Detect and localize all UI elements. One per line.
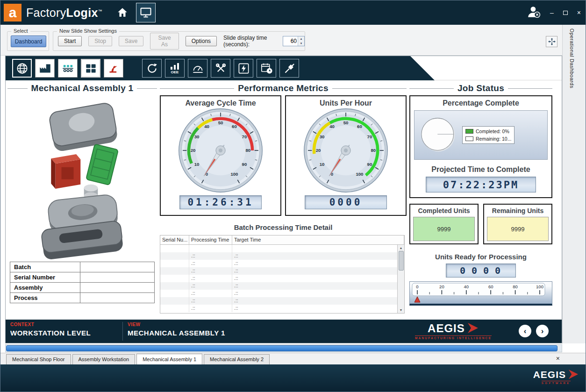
- home-button[interactable]: [116, 7, 129, 19]
- app-logo: a: [4, 4, 21, 21]
- percentage-pie-chart: [418, 115, 458, 155]
- batch-table-scrollbar[interactable]: ▲ ▼: [397, 245, 404, 313]
- legend-item: Remaining: 10...: [465, 136, 511, 142]
- aegis-brand-name: AEGIS: [428, 322, 465, 335]
- info-label: Batch: [10, 262, 80, 272]
- close-button[interactable]: ×: [577, 9, 581, 16]
- tab-mechanical-shop-floor[interactable]: Mechanical Shop Floor: [6, 354, 71, 364]
- horizontal-scrollbar[interactable]: [5, 344, 562, 352]
- legend-swatch: [465, 129, 473, 134]
- tools-button[interactable]: [211, 59, 230, 78]
- table-cell: .::: [189, 282, 232, 290]
- svg-text:80: 80: [371, 148, 376, 153]
- spin-down-button[interactable]: ▼: [298, 41, 304, 46]
- batch-table-header: Serial Nu... Processing Time Target Time: [160, 235, 404, 245]
- aegis-logo: AEGIS MANUFACTURING INTELLIGENCE: [415, 322, 492, 340]
- view-icon-group: [12, 59, 123, 78]
- svg-text:100: 100: [536, 284, 543, 289]
- svg-text:10: 10: [194, 162, 200, 167]
- table-cell: .::: [189, 275, 232, 282]
- previous-slide-button[interactable]: ‹: [519, 325, 531, 337]
- tab-mechanical-assembly-1[interactable]: Mechanical Assembly 1: [136, 354, 202, 364]
- linear-gauge: 020406080100: [409, 281, 552, 306]
- svg-text:80: 80: [513, 284, 518, 289]
- aegis-brand-name: AEGIS: [533, 369, 566, 380]
- table-cell: [160, 305, 189, 312]
- column-header-processing-time[interactable]: Processing Time: [189, 235, 232, 244]
- tab-close-button[interactable]: ×: [556, 355, 560, 362]
- batch-table-body: .::.::.::.::.::.::.::.::.::.::.::.::.::.…: [160, 245, 404, 313]
- svg-text:10: 10: [320, 162, 325, 167]
- globe-button[interactable]: [12, 59, 32, 78]
- dashboard-button[interactable]: Dashboard: [11, 36, 46, 47]
- power-button[interactable]: [234, 59, 253, 78]
- performance-metrics-panel: Performance Metrics Average Cycle Time 0…: [160, 83, 407, 321]
- maximize-button[interactable]: [563, 9, 568, 16]
- svg-text:70: 70: [242, 134, 247, 139]
- average-cycle-time-gauge: 0102030405060708090100: [178, 107, 264, 195]
- table-row: .::.::: [160, 297, 404, 305]
- batch-processing-table: Serial Nu... Processing Time Target Time…: [160, 235, 405, 314]
- stop-button[interactable]: Stop: [88, 36, 112, 46]
- tab-mechanical-assembly-2[interactable]: Mechanical Assembly 2: [204, 354, 270, 364]
- horizontal-scrollbar-thumb[interactable]: [6, 345, 557, 351]
- schedule-icon: [260, 62, 273, 75]
- home-icon: [116, 7, 129, 19]
- scroll-up-icon[interactable]: ▲: [400, 245, 403, 251]
- options-button[interactable]: Options: [186, 36, 217, 46]
- info-value: [80, 283, 154, 293]
- info-row: Batch: [10, 262, 155, 272]
- svg-text:50: 50: [343, 120, 349, 125]
- column-header-serial[interactable]: Serial Nu...: [160, 235, 189, 244]
- aegis-tagline: MANUFACTURING INTELLIGENCE: [415, 335, 492, 340]
- robot-arm-button[interactable]: [104, 59, 123, 78]
- info-label: Assembly: [10, 283, 80, 293]
- remaining-units-panel: Remaining Units 9999: [483, 204, 552, 244]
- minimize-button[interactable]: –: [550, 9, 554, 16]
- slideshow-settings-group: New Slide Show Settings Start Stop Save …: [53, 31, 305, 51]
- table-cell: [160, 297, 189, 305]
- spin-up-button[interactable]: ▲: [298, 36, 304, 41]
- svg-text:80: 80: [246, 148, 251, 153]
- scrollbar-thumb[interactable]: [399, 251, 404, 271]
- factory-button[interactable]: [35, 59, 55, 78]
- units-per-hour-gauge: 0102030405060708090100: [303, 107, 389, 195]
- assembly-panel: Mechanical Assembly 1: [7, 83, 157, 321]
- scroll-down-icon[interactable]: ▼: [400, 307, 403, 313]
- view-block: VIEW MECHANICAL ASSEMBLY 1: [123, 320, 230, 343]
- workcell-button[interactable]: [81, 59, 100, 78]
- info-label: Serial Number: [10, 272, 80, 283]
- aegis-arrow-icon: [568, 370, 579, 380]
- schedule-button[interactable]: [257, 59, 276, 78]
- table-cell: .::: [189, 305, 232, 312]
- oee-chart-icon: [169, 63, 180, 70]
- context-bar: CONTEXT WORKSTATION LEVEL VIEW MECHANICA…: [6, 320, 562, 343]
- pie-legend: Completed: 0%Remaining: 10...: [462, 126, 515, 144]
- screwdriver-button[interactable]: [279, 59, 299, 78]
- next-slide-button[interactable]: ›: [536, 325, 549, 337]
- completed-units-panel: Completed Units 9999: [409, 204, 479, 244]
- logout-user-button[interactable]: [527, 5, 541, 20]
- dashboards-view-button[interactable]: [136, 3, 156, 22]
- factorylogix-window: a FactoryLogix™ – × Select Dashboard New…: [0, 0, 586, 392]
- table-row: .::.::: [160, 305, 404, 312]
- gauge-button[interactable]: [188, 59, 207, 78]
- column-header-target-time[interactable]: Target Time: [232, 235, 404, 244]
- slideshow-group-label: New Slide Show Settings: [57, 28, 119, 34]
- slide-time-stepper: ▲ ▼: [283, 36, 305, 46]
- save-button[interactable]: Save: [119, 36, 143, 46]
- start-button[interactable]: Start: [58, 36, 82, 46]
- table-cell: .::: [232, 267, 404, 275]
- tab-assembly-workstation[interactable]: Assembly Workstation: [72, 354, 136, 364]
- save-as-button[interactable]: Save As: [150, 33, 179, 50]
- units-ready-display: 0000: [446, 264, 516, 278]
- oee-chart-button[interactable]: OEE: [165, 59, 185, 78]
- conveyor-button[interactable]: [58, 59, 78, 78]
- operational-dashboards-tab[interactable]: Operational Dashboards: [569, 29, 575, 88]
- app-title: FactoryLogix™: [26, 6, 102, 20]
- refresh-button[interactable]: [142, 59, 162, 78]
- move-panel-button[interactable]: [546, 36, 557, 47]
- dashboard-icon-toolbar: OEE: [6, 56, 562, 80]
- average-cycle-time-display: 01:26:31: [179, 195, 262, 209]
- units-per-hour-display: 0000: [305, 195, 387, 209]
